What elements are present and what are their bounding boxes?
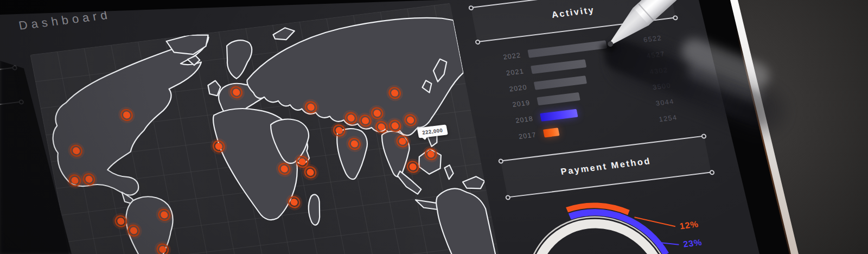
tablet-photo-scene: Dashboard [0, 0, 868, 254]
